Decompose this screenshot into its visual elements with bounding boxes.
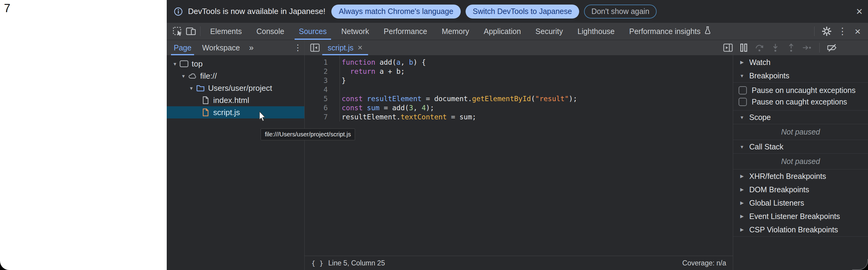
code-line[interactable]: 2 return a + b; (305, 67, 733, 76)
code-token (363, 104, 367, 112)
pause-on-uncaught-exceptions-checkbox[interactable] (739, 86, 747, 94)
tree-item-script-js[interactable]: script.js (167, 106, 304, 118)
code-line[interactable]: 6const sum = add(3, 4); (305, 103, 733, 112)
line-number[interactable]: 6 (305, 103, 328, 112)
line-number[interactable]: 1 (305, 58, 328, 67)
debugger-sidebar: ▶Watch▼BreakpointsPause on uncaught exce… (733, 56, 868, 270)
line-number[interactable]: 5 (305, 94, 328, 103)
code-token: ); (426, 104, 434, 112)
switch-japanese-button[interactable]: Switch DevTools to Japanese (466, 5, 580, 19)
line-number[interactable]: 3 (305, 76, 328, 85)
main-tabbar-tabs: ElementsConsoleSourcesNetworkPerformance… (203, 23, 719, 40)
pretty-print-icon[interactable]: { } (311, 259, 323, 267)
infobar-close-icon[interactable]: × (856, 6, 863, 17)
tree-item-top[interactable]: ▼top (167, 58, 304, 70)
toolbar-right-controls: ⋮ × (812, 25, 868, 38)
toolbar-divider (814, 26, 814, 36)
code-token: = document. (422, 95, 472, 103)
device-toolbar-icon[interactable] (184, 25, 198, 38)
tab-elements[interactable]: Elements (203, 23, 249, 40)
navigator-kebab-icon[interactable]: ⋮ (294, 43, 302, 53)
code-token: , (413, 104, 422, 112)
global-listeners-section-header[interactable]: ▶Global Listeners (733, 196, 868, 210)
chevron-right-icon: ▶ (739, 60, 745, 65)
tab-label: Memory (442, 27, 469, 36)
deactivate-breakpoints-button[interactable] (827, 42, 838, 54)
pause-button[interactable] (738, 42, 749, 54)
code-token: = add( (380, 104, 409, 112)
editor-tab-close-icon[interactable]: × (358, 44, 363, 52)
tab-page[interactable]: Page (171, 40, 194, 55)
code-line[interactable]: 1function add(a, b) { (305, 58, 733, 67)
more-tabs-icon[interactable]: » (249, 43, 253, 53)
code-token: "result" (535, 95, 569, 103)
secondary-toolbars: Page Workspace » ⋮ script.js × (167, 40, 868, 55)
tab-console[interactable]: Console (249, 23, 291, 40)
breakpoints-section-header[interactable]: ▼Breakpoints (733, 69, 868, 83)
line-number[interactable]: 2 (305, 67, 328, 76)
tab-memory[interactable]: Memory (434, 23, 476, 40)
tree-item-file[interactable]: ▼file:// (167, 70, 304, 82)
tab-performance-insights[interactable]: Performance insights (622, 23, 719, 40)
tab-network[interactable]: Network (334, 23, 377, 40)
code-line[interactable]: 7resultElement.textContent = sum; (305, 112, 733, 121)
editor-tab-script-js[interactable]: script.js × (322, 40, 368, 55)
scope-section-header[interactable]: ▼Scope (733, 111, 868, 124)
inspect-element-icon[interactable] (171, 25, 184, 38)
settings-gear-icon[interactable] (820, 25, 833, 38)
code-line[interactable]: 3} (305, 76, 733, 85)
match-language-button[interactable]: Always match Chrome's language (331, 5, 460, 19)
line-number[interactable]: 7 (305, 112, 328, 121)
editor-status-bar: { } Line 5, Column 25 Coverage: n/a (305, 256, 733, 270)
chevron-right-icon: ▶ (739, 173, 745, 179)
folder-icon (196, 84, 205, 92)
code-token: ) { (413, 58, 426, 66)
tab-lighthouse[interactable]: Lighthouse (570, 23, 622, 40)
code-line[interactable]: 5const resultElement = document.getEleme… (305, 94, 733, 103)
step-over-button[interactable] (754, 42, 765, 54)
tree-item-index-html[interactable]: index.html (167, 94, 304, 106)
tree-item-label: script.js (213, 108, 240, 117)
tree-item-label: index.html (213, 96, 249, 105)
devtools-close-icon[interactable]: × (851, 26, 864, 36)
watch-section-header[interactable]: ▶Watch (733, 56, 868, 69)
line-number[interactable]: 4 (305, 85, 328, 94)
editor-tabbar: script.js × (305, 40, 737, 56)
xhr-fetch-breakpoints-section-header[interactable]: ▶XHR/fetch Breakpoints (733, 170, 868, 183)
screen-corner-bottom-right (852, 259, 868, 270)
code-token: getElementById (472, 95, 531, 103)
code-token (363, 95, 367, 103)
step-into-button[interactable] (770, 42, 781, 54)
navigator-header: Page Workspace » ⋮ (167, 40, 309, 56)
file-js-icon (201, 108, 210, 117)
step-out-button[interactable] (785, 42, 797, 54)
code-text: resultElement.textContent = sum; (328, 112, 476, 121)
csp-violation-breakpoints-section-header[interactable]: ▶CSP Violation Breakpoints (733, 223, 868, 237)
tab-label: Console (256, 27, 284, 36)
file-path-tooltip: file:///Users/user/project/script.js (260, 128, 355, 140)
call-stack-section-header[interactable]: ▼Call Stack (733, 140, 868, 154)
toggle-navigator-icon[interactable] (309, 41, 321, 54)
pause-on-caught-exceptions-checkbox[interactable] (739, 98, 747, 106)
tab-workspace[interactable]: Workspace (198, 40, 244, 55)
code-token: b (409, 58, 413, 66)
code-token: const (342, 104, 363, 112)
section-label: DOM Breakpoints (749, 185, 809, 194)
navigator-editor-divider[interactable] (304, 40, 305, 270)
code-line[interactable]: 4 (305, 85, 733, 94)
toggle-debugger-sidebar-icon[interactable] (722, 41, 734, 54)
tree-item-label: top (192, 59, 203, 69)
code-editor-pane[interactable]: 1function add(a, b) {2 return a + b;3}45… (305, 56, 733, 270)
step-button[interactable] (801, 42, 813, 54)
tab-performance[interactable]: Performance (376, 23, 434, 40)
tab-label: Application (484, 27, 521, 36)
event-listener-breakpoints-section-header[interactable]: ▶Event Listener Breakpoints (733, 210, 868, 223)
tree-item-users-user-project[interactable]: ▼Users/user/project (167, 82, 304, 94)
tab-sources[interactable]: Sources (291, 23, 334, 40)
more-options-kebab-icon[interactable]: ⋮ (836, 27, 848, 36)
dom-breakpoints-section-header[interactable]: ▶DOM Breakpoints (733, 183, 868, 196)
editor-sidebar-divider[interactable] (733, 40, 733, 270)
tab-security[interactable]: Security (528, 23, 570, 40)
dont-show-again-button[interactable]: Don't show again (584, 5, 657, 19)
tab-application[interactable]: Application (476, 23, 528, 40)
